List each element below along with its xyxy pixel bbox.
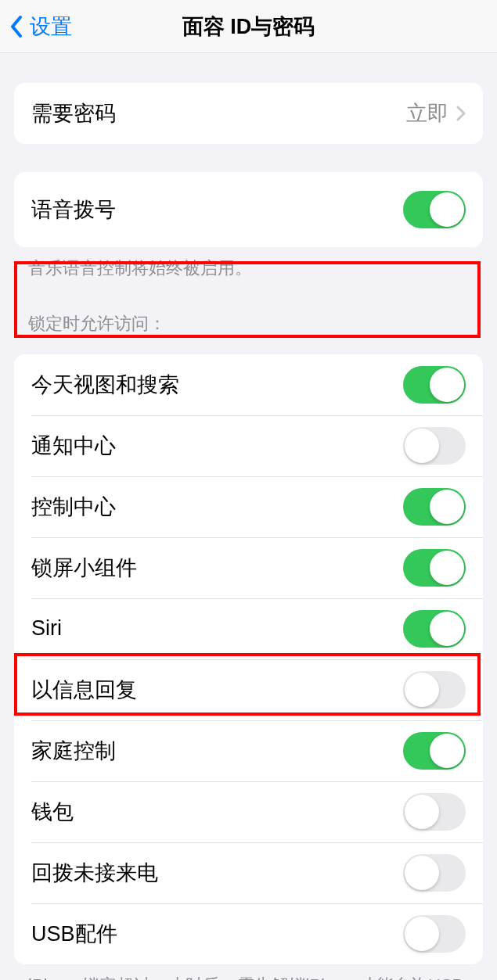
chevron-left-icon [9,15,23,38]
toggle-return-missed-calls[interactable] [403,854,466,892]
toggle-knob [430,612,464,646]
row-lock-screen-widgets: 锁屏小组件 [14,537,483,598]
row-wallet: 钱包 [14,781,483,842]
voice-dial-footer: 音乐语音控制将始终被启用。 [0,247,497,281]
lock-access-header: 锁定时允许访问： [0,281,497,345]
toggle-siri[interactable] [403,610,466,648]
voice-dial-label: 语音拨号 [31,196,116,224]
toggle-home-control[interactable] [403,732,466,770]
row-reply-with-message: 以信息回复 [14,659,483,720]
toggle-knob [430,192,464,227]
usb-footer: iPhone锁定超过一小时后，需先解锁iPhone才能允许USB配件连接。 [0,964,497,980]
toggle-knob [405,429,439,463]
wallet-label: 钱包 [31,798,74,826]
toggle-knob [405,673,439,707]
usb-accessories-label: USB配件 [31,920,117,948]
toggle-lock-screen-widgets[interactable] [403,549,466,587]
row-notification-center: 通知中心 [14,415,483,476]
toggle-usb-accessories[interactable] [403,915,466,953]
row-voice-dial: 语音拨号 [14,172,483,247]
chevron-right-icon [456,106,466,121]
require-passcode-value-group: 立即 [406,99,466,127]
row-siri: Siri [14,598,483,659]
row-today-view: 今天视图和搜索 [14,354,483,415]
toggle-knob [405,795,439,829]
group-voice-dial: 语音拨号 [14,172,483,247]
back-button[interactable]: 设置 [0,0,80,52]
row-return-missed-calls: 回拨未接来电 [14,842,483,903]
navbar: 设置 面容 ID与密码 [0,0,497,53]
control-center-label: 控制中心 [31,493,116,521]
toggle-knob [405,856,439,890]
toggle-control-center[interactable] [403,488,466,526]
toggle-knob [405,917,439,951]
toggle-knob [430,734,464,768]
toggle-reply-with-message[interactable] [403,671,466,709]
toggle-today-view[interactable] [403,366,466,404]
row-usb-accessories: USB配件 [14,903,483,964]
toggle-voice-dial[interactable] [403,191,466,228]
require-passcode-label: 需要密码 [31,99,116,127]
toggle-knob [430,490,464,524]
today-view-label: 今天视图和搜索 [31,371,179,399]
row-control-center: 控制中心 [14,476,483,537]
toggle-wallet[interactable] [403,793,466,831]
return-missed-calls-label: 回拨未接来电 [31,859,158,887]
notification-center-label: 通知中心 [31,432,116,460]
reply-with-message-label: 以信息回复 [31,676,137,704]
siri-label: Siri [31,616,62,641]
back-label: 设置 [30,13,72,41]
require-passcode-value: 立即 [406,99,448,127]
content: 需要密码 立即 语音拨号 音乐语音控制将始终被启用。 锁定时允许访问： 今天视图… [0,83,497,980]
page-title: 面容 ID与密码 [182,13,315,41]
row-require-passcode[interactable]: 需要密码 立即 [14,83,483,144]
toggle-knob [430,368,464,402]
toggle-knob [430,551,464,585]
toggle-notification-center[interactable] [403,427,466,465]
group-lock-access: 今天视图和搜索通知中心控制中心锁屏小组件Siri以信息回复家庭控制钱包回拨未接来… [14,354,483,964]
lock-screen-widgets-label: 锁屏小组件 [31,554,137,582]
row-home-control: 家庭控制 [14,720,483,781]
group-require-passcode: 需要密码 立即 [14,83,483,144]
home-control-label: 家庭控制 [31,737,116,765]
